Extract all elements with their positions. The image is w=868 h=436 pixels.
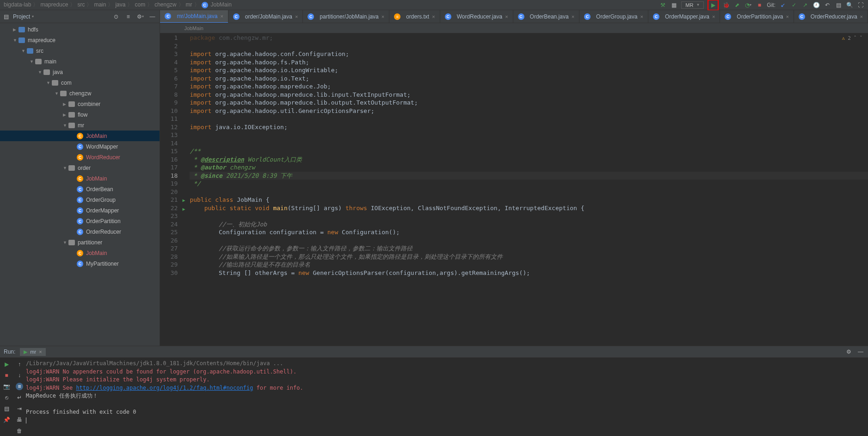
tab-close[interactable]: × (505, 14, 508, 19)
tab-close[interactable]: × (712, 14, 715, 19)
editor-tab[interactable]: Cpartitioner/JobMain.java× (303, 10, 389, 23)
breadcrumb-segment[interactable]: java (115, 1, 125, 8)
debug-button[interactable]: 🐞 (722, 1, 730, 9)
run-tab-close[interactable]: × (39, 349, 42, 355)
breadcrumb-segment[interactable]: mr (186, 1, 192, 8)
git-rollback-icon[interactable]: ↶ (824, 1, 831, 9)
rerun-icon[interactable]: ▶ (3, 361, 10, 368)
tree-item-mr[interactable]: ▼mr (0, 120, 160, 131)
tree-item-combiner[interactable]: ▶combiner (0, 99, 160, 109)
presentation-icon[interactable]: ⛶ (857, 1, 864, 9)
git-update-icon[interactable]: ↙ (779, 1, 787, 9)
editor-tab[interactable]: ≡orders.txt× (389, 10, 440, 23)
breadcrumb-segment[interactable]: chengzw (154, 1, 176, 8)
structure-icon[interactable]: ▤ (835, 1, 842, 9)
hide-icon[interactable]: — (148, 13, 156, 20)
tree-item-chengzw[interactable]: ▼chengzw (0, 88, 160, 99)
editor-tab[interactable]: CWordReducer.java× (440, 10, 513, 23)
tab-close[interactable]: × (572, 14, 574, 19)
down-stack-icon[interactable]: ↓ (16, 372, 23, 379)
coverage-button[interactable]: ⬈ (733, 1, 741, 9)
tree-item-hdfs[interactable]: ▶hdfs (0, 24, 160, 35)
breadcrumb-segment[interactable]: bigdata-lab (4, 1, 31, 8)
tree-item-flow[interactable]: ▶flow (0, 109, 160, 120)
run-console[interactable]: /Library/Java/JavaVirtualMachines/jdk1.8… (26, 358, 868, 436)
inspection-widget[interactable]: ⚠ 2 ˆ ˇ (842, 35, 863, 41)
editor-tab[interactable]: Cmr/JobMain.java× (160, 10, 228, 23)
tree-item-main[interactable]: ▼main (0, 56, 160, 67)
project-view-icon[interactable]: ▤ (4, 13, 10, 20)
filter-icon[interactable]: ≡ (16, 383, 23, 390)
scroll-end-icon[interactable]: ⇥ (16, 405, 23, 412)
tab-close[interactable]: × (382, 14, 384, 19)
run-side-toolbar: ▶ ■ 📷 ⎋ ▤ 📌 (0, 358, 13, 436)
run-settings-icon[interactable]: ⚙ (845, 348, 852, 355)
tree-item-mapreduce[interactable]: ▼mapreduce (0, 35, 160, 45)
git-push-icon[interactable]: ↗ (801, 1, 809, 9)
tree-item-mypartitioner[interactable]: CMyPartitioner (0, 258, 160, 269)
tree-item-src[interactable]: ▼src (0, 45, 160, 56)
tab-close[interactable]: × (432, 14, 435, 19)
tree-item-orderpartition[interactable]: COrderPartition (0, 216, 160, 226)
run-tab[interactable]: ▶ mr × (20, 348, 45, 356)
tree-item-ordergroup[interactable]: COrderGroup (0, 194, 160, 205)
breadcrumb-segment[interactable]: main (94, 1, 106, 8)
breadcrumb-segment[interactable]: com (135, 1, 145, 8)
tree-item-wordreducer[interactable]: CWordReducer (0, 152, 160, 162)
run-config-selector[interactable]: MR▼ (681, 1, 704, 9)
editor-tab[interactable]: COrderMapper.java× (648, 10, 720, 23)
tab-close[interactable]: × (295, 14, 298, 19)
prev-highlight[interactable]: ˆ (854, 35, 857, 41)
git-history-icon[interactable]: 🕘 (813, 1, 820, 9)
dump-icon[interactable]: 📷 (3, 383, 10, 390)
expand-all-icon[interactable]: ≡ (124, 13, 132, 20)
editor-tab[interactable]: Corder/JobMain.java× (228, 10, 303, 23)
git-commit-icon[interactable]: ✓ (790, 1, 798, 9)
run-hide-icon[interactable]: — (857, 348, 864, 355)
tree-item-jobmain[interactable]: CJobMain (0, 173, 160, 184)
editor-tab[interactable]: COrderBean.java× (513, 10, 579, 23)
profile-button[interactable]: ◔▾ (745, 1, 752, 9)
editor-breadcrumb[interactable]: JobMain (160, 23, 868, 33)
breadcrumb-items[interactable]: bigdata-lab〉mapreduce〉src〉main〉java〉com〉… (4, 1, 232, 9)
tree-item-orderreducer[interactable]: COrderReducer (0, 226, 160, 237)
tree-item-com[interactable]: ▼com (0, 77, 160, 88)
tab-close[interactable]: × (220, 13, 223, 19)
console-link[interactable]: http://logging.apache.org/log4j/1.2/faq.… (76, 385, 253, 391)
tree-item-order[interactable]: ▼order (0, 162, 160, 173)
tab-close[interactable]: × (786, 14, 788, 19)
select-target-icon[interactable]: ▦ (670, 1, 677, 9)
breadcrumb-segment[interactable]: mapreduce (40, 1, 68, 8)
code-editor[interactable]: 1234567891011121314151617181920212223242… (160, 33, 868, 346)
up-stack-icon[interactable]: ↑ (16, 361, 23, 368)
layout-icon[interactable]: ▤ (3, 405, 10, 412)
run-button[interactable]: ▶ (709, 1, 717, 9)
breadcrumb-segment[interactable]: src (77, 1, 85, 8)
tree-item-ordermapper[interactable]: COrderMapper (0, 205, 160, 216)
tab-close[interactable]: × (640, 14, 643, 19)
print-icon[interactable]: 🖶 (16, 416, 23, 424)
pin-icon[interactable]: 📌 (3, 416, 10, 424)
tree-item-orderbean[interactable]: COrderBean (0, 184, 160, 194)
search-icon[interactable]: 🔍 (846, 1, 853, 9)
project-scope-caret[interactable]: ▾ (32, 14, 34, 19)
editor-tab[interactable]: COrderPartition.java× (720, 10, 794, 23)
editor-tab[interactable]: COrderReducer.java× (794, 10, 868, 23)
tree-item-wordmapper[interactable]: CWordMapper (0, 141, 160, 152)
tree-item-java[interactable]: ▼java (0, 67, 160, 77)
tree-item-jobmain[interactable]: CJobMain (0, 131, 160, 141)
soft-wrap-icon[interactable]: ↵ (16, 394, 23, 401)
exit-icon[interactable]: ⎋ (3, 394, 10, 401)
breadcrumb-segment[interactable]: JobMain (211, 1, 232, 8)
next-highlight[interactable]: ˇ (859, 35, 862, 41)
stop-button[interactable]: ■ (756, 1, 763, 9)
editor-tab[interactable]: COrderGroup.java× (579, 10, 648, 23)
tab-close[interactable]: × (860, 14, 863, 19)
tree-item-partitioner[interactable]: ▼partitioner (0, 237, 160, 248)
stop-icon[interactable]: ■ (3, 372, 10, 379)
tree-item-jobmain[interactable]: CJobMain (0, 248, 160, 258)
settings-icon[interactable]: ⚙▾ (136, 13, 144, 20)
locate-icon[interactable]: ⊙ (112, 13, 120, 20)
build-icon[interactable]: ⚒ (659, 1, 666, 9)
clear-icon[interactable]: 🗑 (16, 427, 23, 435)
